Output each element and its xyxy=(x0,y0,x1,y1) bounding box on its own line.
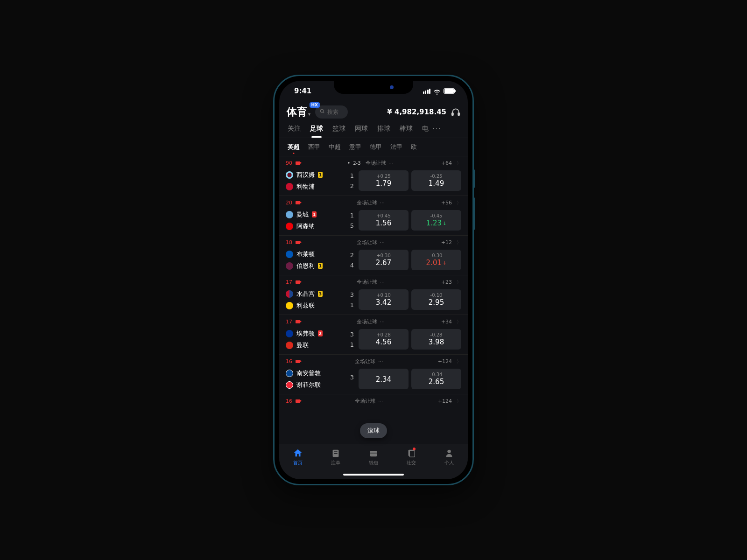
odds-value: 2.01↓ xyxy=(426,259,447,267)
match-row[interactable]: 18' 全场让球 ··· +12 〉 布莱顿 伯恩利 124+0.30 2.67… xyxy=(279,235,468,275)
odds-button[interactable]: +0.45 1.56 xyxy=(359,210,409,231)
more-markets[interactable]: +64 xyxy=(441,160,452,166)
odds-button[interactable]: -0.30 2.01↓ xyxy=(411,250,461,270)
team-row: 曼城 1 xyxy=(286,210,342,219)
svg-rect-6 xyxy=(334,453,338,454)
league-tab[interactable]: 法甲 xyxy=(390,143,402,151)
match-row[interactable]: 17' 全场让球 ··· +23 〉 水晶宫 3 利兹联 31+0.10 3.4… xyxy=(279,275,468,315)
nav-item-bets[interactable]: 注单 xyxy=(331,448,341,466)
odds-button[interactable]: 2.34 xyxy=(359,369,409,389)
search-input[interactable]: 搜索 xyxy=(315,105,348,119)
sport-tab[interactable]: 足球 xyxy=(310,125,323,138)
odds-button[interactable]: -0.25 1.49 xyxy=(411,170,461,191)
balance[interactable]: ¥ 4,982,918.45 xyxy=(387,108,446,116)
side-button xyxy=(473,169,475,188)
sport-tab[interactable]: 关注 xyxy=(288,125,301,138)
team-name: 曼联 xyxy=(296,341,309,350)
team-crest-icon xyxy=(286,302,293,309)
match-row[interactable]: 20' 全场让球 ··· +56 〉 曼城 1 阿森纳 15+0.45 1.56… xyxy=(279,196,468,235)
handicap: +0.30 xyxy=(376,253,391,258)
nav-item-home[interactable]: 首页 xyxy=(293,448,303,466)
title-dropdown[interactable]: 体育 HX ▾ xyxy=(287,105,310,119)
league-tab[interactable]: 中超 xyxy=(329,143,341,151)
team-row: 利物浦 xyxy=(286,182,342,191)
match-header: 18' 全场让球 ··· +12 〉 xyxy=(279,236,468,248)
odds-button[interactable]: +0.25 1.79 xyxy=(359,170,409,191)
search-placeholder: 搜索 xyxy=(327,108,338,116)
sport-tab[interactable]: 排球 xyxy=(377,125,390,138)
match-row[interactable]: 90' 2-3 全场让球 ··· +64 〉 西汉姆 1 利物浦 12+0.25… xyxy=(279,156,468,196)
team-crest-icon xyxy=(286,342,293,349)
away-score: 5 xyxy=(346,222,354,229)
team-crest-icon xyxy=(286,171,293,179)
live-pill[interactable]: 滚球 xyxy=(360,423,387,438)
handicap: -0.30 xyxy=(430,253,443,258)
odds-button[interactable]: +0.10 3.42 xyxy=(359,289,409,310)
odds-value: 2.95 xyxy=(429,298,444,307)
sport-tab[interactable]: 篮球 xyxy=(332,125,345,138)
match-body: 布莱顿 伯恩利 124+0.30 2.67-0.30 2.01↓ xyxy=(279,248,468,275)
league-tab[interactable]: 意甲 xyxy=(349,143,361,151)
odds-button[interactable]: -0.28 3.98 xyxy=(411,329,461,350)
chevron-right-icon: 〉 xyxy=(457,398,461,405)
notification-dot xyxy=(413,448,416,450)
odds-button[interactable]: +0.28 4.56 xyxy=(359,329,409,350)
camera-icon xyxy=(296,399,300,403)
odds-button[interactable]: +0.30 2.67 xyxy=(359,250,409,270)
status-icons xyxy=(423,88,455,94)
nav-icon xyxy=(444,448,454,458)
more-markets[interactable]: +56 xyxy=(441,200,452,206)
odds-value: 2.34 xyxy=(376,375,391,384)
bet-type-label: 全场让球 ··· xyxy=(357,199,385,206)
app-title: 体育 xyxy=(287,105,307,119)
more-markets[interactable]: +124 xyxy=(438,358,452,364)
odds-value: 1.49 xyxy=(429,179,444,188)
odds-button[interactable]: -0.45 1.23↓ xyxy=(411,210,461,231)
match-body: 西汉姆 1 利物浦 12+0.25 1.79-0.25 1.49 xyxy=(279,168,468,196)
handicap: -0.34 xyxy=(430,372,443,377)
team-row: 伯恩利 1 xyxy=(286,262,342,270)
team-crest-icon xyxy=(286,251,293,258)
team-name: 西汉姆 xyxy=(296,171,315,179)
handicap: -0.25 xyxy=(430,174,443,179)
match-row[interactable]: 16' 全场让球 ··· +124 〉 南安普敦 谢菲尔联 3 2.34-0.3… xyxy=(279,354,468,394)
status-time: 9:41 xyxy=(294,87,311,95)
home-score: 1 xyxy=(346,212,354,219)
screen: 9:41 体育 HX ▾ 搜索 ¥ 4,982,918.45 xyxy=(279,81,468,479)
odds-button[interactable]: -0.34 2.65 xyxy=(411,369,461,389)
corner-stat: 2-3 xyxy=(348,161,360,166)
svg-line-1 xyxy=(323,112,324,113)
match-row[interactable]: 16' 全场让球 ··· +124 〉 xyxy=(279,394,468,406)
camera-icon xyxy=(296,280,300,284)
svg-rect-10 xyxy=(409,451,415,457)
nav-item-wallet[interactable]: 钱包 xyxy=(368,448,379,466)
league-tab[interactable]: 英超 xyxy=(288,143,300,151)
more-markets[interactable]: +124 xyxy=(438,398,452,404)
more-markets[interactable]: +34 xyxy=(441,319,452,325)
odds-button[interactable]: -0.10 2.95 xyxy=(411,289,461,310)
nav-item-profile[interactable]: 个人 xyxy=(444,448,454,466)
home-score: 1 xyxy=(346,172,354,179)
headset-icon[interactable] xyxy=(451,107,460,117)
team-row: 曼联 xyxy=(286,341,342,350)
card-icon: 1 xyxy=(318,172,323,178)
chevron-right-icon: 〉 xyxy=(457,200,461,206)
svg-rect-7 xyxy=(370,451,377,456)
more-markets[interactable]: +12 xyxy=(441,239,452,245)
side-button xyxy=(473,197,475,230)
sport-tab[interactable]: 棒球 xyxy=(400,125,413,138)
league-tab[interactable]: 德甲 xyxy=(370,143,382,151)
match-row[interactable]: 17' 全场让球 ··· +34 〉 埃弗顿 2 曼联 31+0.28 4.56… xyxy=(279,315,468,354)
odds-value: 3.42 xyxy=(376,298,391,307)
sport-tab[interactable]: 电 ··· xyxy=(422,125,442,138)
card-icon: 1 xyxy=(318,263,323,269)
sport-tab[interactable]: 网球 xyxy=(355,125,368,138)
match-list[interactable]: 90' 2-3 全场让球 ··· +64 〉 西汉姆 1 利物浦 12+0.25… xyxy=(279,156,468,444)
league-tab[interactable]: 西甲 xyxy=(308,143,320,151)
league-tab[interactable]: 欧 xyxy=(411,143,417,151)
more-markets[interactable]: +23 xyxy=(441,279,452,285)
match-body: 曼城 1 阿森纳 15+0.45 1.56-0.45 1.23↓ xyxy=(279,208,468,235)
score-column: 15 xyxy=(346,212,354,229)
nav-label: 钱包 xyxy=(369,460,378,466)
nav-item-social[interactable]: 社交 xyxy=(406,448,416,466)
